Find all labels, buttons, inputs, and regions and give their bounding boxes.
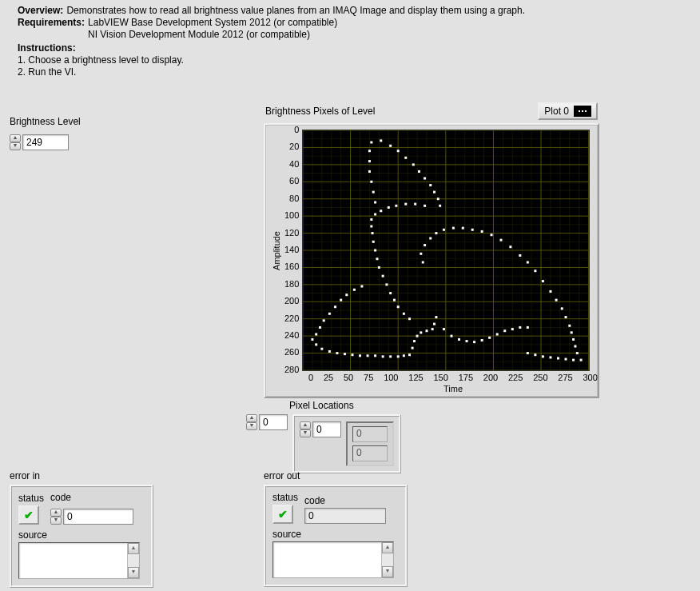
inner-index-down-arrow[interactable]: ▼ [300, 429, 311, 437]
svg-rect-119 [481, 230, 483, 233]
svg-rect-93 [519, 326, 522, 329]
outer-index-up-arrow[interactable]: ▲ [246, 414, 257, 422]
scroll-down-icon[interactable]: ▼ [382, 566, 393, 577]
svg-rect-136 [378, 266, 380, 269]
x-tick: 125 [408, 373, 423, 382]
svg-rect-69 [374, 354, 376, 357]
svg-rect-111 [550, 290, 552, 293]
pixel-locations-inner-index-stepper[interactable]: ▲ ▼ [300, 421, 341, 437]
svg-rect-138 [374, 250, 376, 252]
svg-rect-144 [380, 210, 383, 212]
x-tick: 275 [558, 373, 572, 382]
svg-rect-66 [352, 353, 354, 356]
error-in-status-led[interactable]: ✔ [18, 505, 39, 525]
svg-rect-103 [576, 352, 579, 354]
pixel-locations-outer-index-stepper[interactable]: ▲ ▼ [246, 414, 288, 430]
svg-rect-82 [436, 316, 438, 318]
x-tick: 25 [324, 373, 333, 382]
brightness-level-up-arrow[interactable]: ▲ [10, 134, 21, 142]
error-in-source-scrollbar[interactable]: ▲ ▼ [127, 543, 139, 578]
scroll-up-icon[interactable]: ▲ [128, 543, 139, 554]
svg-rect-155 [368, 150, 371, 152]
svg-rect-91 [504, 329, 507, 332]
y-axis-label: Amplitude [272, 231, 281, 270]
svg-rect-122 [452, 227, 455, 230]
error-in-code-stepper[interactable]: ▲ ▼ [50, 509, 133, 525]
svg-rect-148 [415, 203, 417, 206]
error-out-source-label: source [272, 529, 399, 540]
error-in-source-box[interactable]: ▲ ▼ [18, 542, 140, 579]
svg-rect-112 [542, 280, 544, 282]
svg-rect-80 [432, 328, 434, 330]
pixel-locations-outer-index-input[interactable] [259, 414, 288, 430]
error-in-group: error in status ✔ code ▲ ▼ so [10, 470, 153, 588]
chart-title: Brightness Pixels of Level [265, 106, 375, 117]
pixel-locations-inner-index-input[interactable] [312, 421, 341, 437]
svg-rect-117 [500, 239, 503, 242]
x-axis-label: Time [308, 384, 598, 393]
svg-rect-151 [372, 191, 375, 194]
instructions-label: Instructions: [18, 42, 76, 54]
requirements-line2: NI Vision Development Module 2012 (or co… [88, 29, 310, 41]
error-out-code-label: code [304, 495, 386, 506]
svg-rect-90 [496, 333, 499, 336]
svg-rect-157 [380, 139, 383, 142]
error-out-code-indicator [304, 508, 386, 524]
chart-plot-area[interactable] [302, 130, 590, 371]
brightness-level-input[interactable] [22, 134, 69, 150]
svg-rect-140 [372, 232, 374, 234]
error-in-code-down-arrow[interactable]: ▼ [50, 517, 62, 525]
pixel-locations-group: Pixel Locations ▲ ▼ ▲ ▼ 0 0 [246, 400, 401, 473]
svg-rect-129 [408, 317, 411, 320]
scroll-down-icon[interactable]: ▼ [128, 567, 139, 578]
x-tick: 100 [384, 373, 398, 382]
svg-rect-83 [443, 328, 445, 330]
x-tick: 250 [533, 373, 547, 382]
svg-rect-164 [430, 184, 432, 186]
svg-rect-99 [557, 357, 559, 360]
svg-rect-149 [424, 205, 426, 207]
svg-rect-170 [323, 319, 325, 321]
requirements-label: Requirements: [18, 17, 85, 29]
svg-rect-168 [316, 333, 318, 336]
svg-rect-104 [575, 345, 577, 348]
svg-rect-113 [535, 270, 537, 272]
svg-rect-130 [403, 313, 405, 315]
svg-rect-135 [382, 275, 384, 278]
svg-rect-118 [491, 234, 493, 236]
x-tick: 75 [364, 373, 373, 382]
svg-rect-128 [422, 262, 424, 264]
svg-rect-105 [572, 338, 575, 341]
overview-text: Demonstrates how to read all brightness … [66, 5, 525, 17]
chart-legend[interactable]: Plot 0 [538, 102, 598, 120]
svg-rect-102 [580, 359, 583, 361]
svg-rect-71 [390, 355, 392, 357]
svg-rect-161 [412, 163, 415, 166]
chart-group: Brightness Pixels of Level Plot 0 Amplit… [264, 102, 599, 398]
y-axis-ticks: 020406080100120140160180200220240260280 [284, 130, 302, 369]
brightness-level-stepper[interactable]: ▲ ▼ [10, 134, 69, 150]
svg-rect-92 [511, 328, 514, 330]
svg-rect-141 [371, 226, 373, 228]
svg-rect-156 [371, 142, 373, 144]
svg-rect-63 [328, 350, 331, 353]
chart-panel: Amplitude 020406080100120140160180200220… [264, 123, 599, 398]
error-in-source-label: source [18, 529, 145, 541]
scroll-up-icon[interactable]: ▲ [382, 542, 393, 553]
inner-index-up-arrow[interactable]: ▲ [300, 421, 311, 429]
svg-rect-96 [535, 353, 537, 356]
error-out-source-scrollbar[interactable]: ▲ ▼ [381, 542, 393, 577]
svg-rect-73 [403, 354, 405, 357]
error-out-code-value [304, 508, 386, 524]
outer-index-down-arrow[interactable]: ▼ [246, 422, 257, 430]
chart-legend-swatch [574, 106, 591, 117]
error-in-code-up-arrow[interactable]: ▲ [50, 509, 62, 517]
svg-rect-162 [418, 170, 420, 173]
svg-rect-143 [374, 214, 376, 216]
brightness-level-down-arrow[interactable]: ▼ [10, 142, 21, 150]
error-in-code-input[interactable] [63, 509, 133, 525]
svg-rect-121 [462, 227, 464, 230]
svg-rect-158 [390, 145, 392, 147]
instructions-line1: 1. Choose a brightness level to display. [18, 54, 525, 66]
svg-rect-147 [405, 203, 408, 206]
